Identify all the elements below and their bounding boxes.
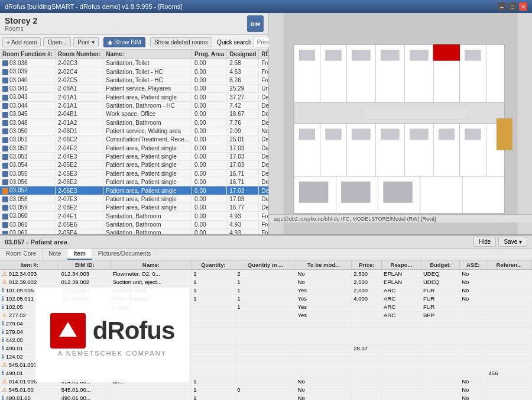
table-row[interactable]: 03.0412-08A1Patient service, Playares0.0… — [0, 85, 268, 93]
table-row[interactable]: ℹ 490.01.00490.01.00...1NoNo — [0, 394, 532, 401]
table-row[interactable]: 03.0572-06E3Patient area, Patient single… — [0, 186, 268, 195]
table-cell: 2-01A1 — [56, 101, 103, 109]
table-cell: Patient area, Patient single — [103, 169, 192, 178]
table-cell: 03.045 — [0, 110, 56, 118]
table-row[interactable]: 03.0442-01A1Sanitation, Bathroom - HC0.0… — [0, 101, 268, 109]
table-row[interactable]: 03.0532-04E3Patient area, Patient single… — [0, 152, 268, 160]
table-cell: Sanitation, Bathroom — [103, 229, 192, 234]
table-row[interactable]: 03.0592-08E2Patient area, Patient single… — [0, 204, 268, 212]
table-cell: 03.041 — [0, 85, 56, 93]
table-row[interactable]: 03.0622-05E4Sanitation, Bathroom0.004.93… — [0, 229, 268, 234]
table-row[interactable]: 03.0402-02C5Sanitation, Toilet - HC0.006… — [0, 76, 268, 84]
table-cell: Yes — [296, 311, 352, 320]
table-cell — [192, 353, 235, 361]
table-cell: UDEQ — [421, 278, 459, 286]
table-row[interactable]: 03.0612-05E6Sanitation, Bathroom0.004.93… — [0, 220, 268, 228]
tab-pictures-documents[interactable]: Pictures/Documents — [92, 249, 157, 260]
title-bar-controls: – □ ✕ — [498, 2, 527, 11]
table-cell: 0.00 — [192, 229, 227, 234]
table-cell: 1 — [192, 386, 235, 394]
room-name-bar-actions: Hide Save ▾ — [473, 237, 527, 247]
table-cell: 1 — [235, 278, 296, 286]
add-room-button[interactable]: + Add room — [2, 37, 41, 47]
table-cell — [421, 328, 459, 336]
table-cell: Sanitation, Bathroom — [103, 220, 192, 228]
table-row[interactable]: 03.0382-02C3Sanitation, Toilet0.002.58Fr… — [0, 59, 268, 67]
table-cell: 2-06D1 — [56, 127, 103, 135]
table-row[interactable]: 03.0452-04B1Work space, Office0.0018.67D… — [0, 110, 268, 118]
table-cell — [382, 369, 421, 378]
open-button[interactable]: Open... — [43, 37, 71, 47]
table-row[interactable]: 03.0582-07E3Patient area, Patient single… — [0, 195, 268, 203]
table-cell: 03.051 — [0, 136, 56, 144]
table-cell — [352, 336, 382, 344]
tab-note[interactable]: Note — [43, 249, 67, 260]
show-deleted-button[interactable]: Show deleted rooms — [150, 37, 212, 47]
table-cell — [486, 353, 532, 361]
table-cell — [235, 369, 296, 378]
table-row[interactable]: 03.0432-01A1Patient area, Patient single… — [0, 93, 268, 101]
table-cell: Derived from SR... — [259, 101, 268, 109]
close-button[interactable]: ✕ — [519, 2, 527, 11]
row-icon — [2, 146, 8, 151]
table-cell — [460, 361, 486, 369]
items-col-header: Price: — [352, 260, 382, 270]
table-cell: 03.052 — [0, 144, 56, 152]
table-cell: 03.061 — [0, 220, 56, 228]
table-cell: 545.01.00... — [59, 386, 111, 394]
table-cell: No — [296, 278, 352, 286]
table-cell: 2-05E2 — [56, 161, 103, 169]
table-row[interactable]: 03.0512-06C2Consultation/Treatment, Rece… — [0, 136, 268, 144]
table-row[interactable]: 03.0522-04E2Patient area, Patient single… — [0, 144, 268, 152]
table-row[interactable]: 03.0562-06E2Patient area, Patient single… — [0, 178, 268, 186]
table-cell: 0.00 — [192, 178, 227, 186]
table-cell: Derived from SR... — [259, 136, 268, 144]
table-row[interactable]: ⚠ 545.01.00545.01.00...10NoNo — [0, 386, 532, 394]
svg-rect-39 — [465, 129, 481, 140]
table-cell: No — [460, 295, 486, 303]
table-cell — [382, 353, 421, 361]
table-cell: 03.043 — [0, 93, 56, 101]
table-cell — [296, 361, 352, 369]
tab-room-core[interactable]: Room Core — [0, 249, 43, 260]
table-cell: 2,500 — [352, 278, 382, 286]
table-cell: 0.00 — [192, 118, 227, 127]
table-cell — [382, 320, 421, 328]
table-row[interactable]: ⚠ 012.34.003012.34.003Flowmeter, O2, 0..… — [0, 270, 532, 278]
table-row[interactable]: 03.0392-02C4Sanitation, Toilet - HC0.004… — [0, 67, 268, 76]
print-button[interactable]: Print ▾ — [73, 37, 98, 47]
table-row[interactable]: 03.0542-05E2Patient area, Patient single… — [0, 161, 268, 169]
table-cell: No — [460, 278, 486, 286]
table-cell — [460, 369, 486, 378]
table-row[interactable]: 03.0552-05E3Patient area, Patient single… — [0, 169, 268, 178]
window-title: dRofus [buildingSMART - dRofus demo] v1.… — [5, 3, 182, 10]
table-cell: 18.67 — [227, 110, 259, 118]
show-bim-button[interactable]: ◉ Show BIM — [103, 37, 145, 47]
table-cell: 1 — [235, 295, 296, 303]
rooms-table-body: 03.0382-02C3Sanitation, Toilet0.002.58Fr… — [0, 59, 268, 235]
tab-item[interactable]: Item — [67, 249, 92, 260]
table-cell: 0.00 — [192, 186, 227, 195]
room-name-label: 03.057 - Patient area — [5, 238, 67, 246]
table-cell: Patient area, Patient single — [103, 144, 192, 152]
table-cell: 2-08E2 — [56, 204, 103, 212]
hide-button[interactable]: Hide — [473, 237, 497, 247]
table-row[interactable]: 03.0602-04E1Sanitation, Bathroom0.004.93… — [0, 212, 268, 220]
svg-rect-34 — [326, 129, 342, 140]
table-cell — [192, 344, 235, 353]
rooms-table-wrapper[interactable]: Room Function #:Room Number:Name:Prog. A… — [0, 50, 268, 234]
table-row[interactable]: 03.0502-06D1Patient service, Waiting are… — [0, 127, 268, 135]
table-row[interactable]: 03.0482-01A2Sanitation, Bathroom0.007.76… — [0, 118, 268, 127]
table-cell: 0.00 — [192, 101, 227, 109]
table-row[interactable]: ⚠ 012.39.002012.39.002Suction unit, ejec… — [0, 278, 532, 286]
save-button[interactable]: Save ▾ — [498, 237, 527, 247]
minimize-button[interactable]: – — [498, 2, 506, 11]
table-cell — [486, 278, 532, 286]
svg-rect-45 — [362, 107, 468, 120]
3d-view[interactable]: Number of rooms: 110 Total programmed ar… — [269, 13, 532, 234]
table-cell: 25.29 — [227, 85, 259, 93]
maximize-button[interactable]: □ — [508, 2, 517, 11]
svg-rect-24 — [420, 176, 462, 213]
table-cell: Derived from SR... — [259, 195, 268, 203]
table-cell — [192, 320, 235, 328]
